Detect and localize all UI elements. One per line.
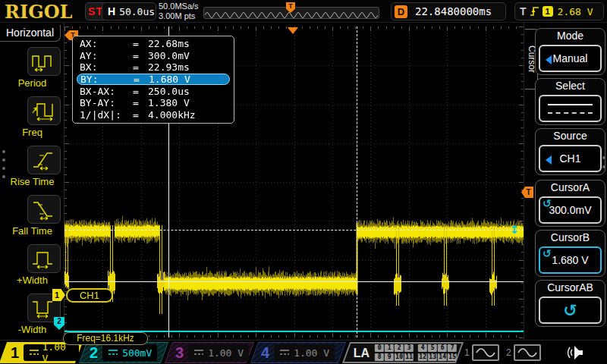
ch4-status-block[interactable]: 4 1.00 V [250, 342, 346, 363]
oscilloscope-screen: RIGOL STOP H 50.0us 50.0MSa/s 3.00M pts … [0, 0, 607, 364]
cursor-b-hline[interactable] [64, 230, 524, 231]
dc-coupling-icon [193, 349, 204, 356]
measure-menu-title: Horizontal [0, 25, 61, 42]
source-value: CH1 [559, 152, 580, 165]
ch1-number: 1 [11, 342, 19, 363]
la-d0: 0 [375, 344, 384, 352]
readout-row-bx-ax: BX-AX:=250.0us [77, 85, 230, 97]
measure-fall-time-button[interactable] [27, 195, 61, 224]
cursor-readout-panel: AX:=22.68ms AY:=300.0mV BX:=22.93ms BY:=… [72, 36, 234, 124]
la-d5: 5 [428, 344, 437, 352]
cursor-a-value: 300.0mV [549, 204, 591, 216]
ch3-status-block[interactable]: 3 1.00 V [165, 342, 254, 363]
la-d1: 1 [385, 344, 394, 352]
select-label: Select [536, 79, 605, 94]
waveform-memory-preview[interactable]: T [203, 7, 379, 19]
horizontal-label: H [108, 5, 115, 17]
fall-time-icon [31, 199, 57, 220]
frequency-counter: Freq=16.1kHz [63, 332, 148, 345]
cursor-a-button[interactable]: ↺ 300.0mV [539, 196, 602, 224]
source1-status-block[interactable]: 1 [461, 342, 508, 363]
la-digit-grid: 0 1 2 3 4 5 6 7 8 9 10 11 [375, 344, 458, 362]
mode-label: Mode [536, 29, 605, 44]
mode-button[interactable]: Manual [539, 45, 602, 72]
la-d8: 8 [375, 353, 384, 361]
sine-wave-icon [476, 347, 495, 358]
cursor-b-button[interactable]: ↺ 1.680 V [539, 246, 602, 274]
ch1-status-block[interactable]: 1 1.00 V [0, 342, 83, 363]
measure-period-label: Period [0, 77, 64, 89]
select-arrow-icon [546, 55, 552, 64]
source-button[interactable]: CH1 [539, 145, 602, 172]
dc-coupling-icon [279, 349, 290, 356]
source2-status-block[interactable]: 2 [502, 342, 549, 363]
menu-group-select: Select [535, 78, 605, 125]
top-status-bar: RIGOL STOP H 50.0us 50.0MSa/s 3.00M pts … [0, 0, 607, 23]
la-d12: 12 [418, 353, 427, 361]
period-icon [31, 51, 57, 72]
cursor-a-hline[interactable] [64, 281, 524, 282]
menu-page-dots [2, 150, 5, 184]
la-d14: 14 [438, 353, 447, 361]
ch1-source-tag: CH1 [66, 288, 113, 303]
measure-freq-label: Freq [0, 127, 64, 138]
timebase-box[interactable]: H 50.0us [102, 2, 156, 20]
la-d4: 4 [418, 344, 427, 352]
cursor-b-label: CursorB [536, 231, 605, 246]
knob-icon: ↺ [543, 197, 552, 209]
measure-pos-width-button[interactable] [27, 244, 61, 273]
la-d3: 3 [404, 344, 414, 352]
trigger-label: T [520, 5, 527, 17]
dc-coupling-icon [108, 349, 118, 356]
sine-wave-icon [517, 347, 537, 358]
la-d9: 9 [385, 353, 394, 361]
measure-pos-width-label: +Width [0, 275, 64, 286]
cursor-b-vline[interactable] [357, 27, 357, 337]
readout-row-by-selected: BY:=1.680 V [77, 74, 230, 86]
trigger-source-badge: 1 [543, 6, 553, 17]
cursor-line-style-icon [540, 104, 600, 114]
readout-row-ax: AX:=22.68ms [77, 38, 230, 50]
measure-rise-time-button[interactable] [27, 146, 61, 174]
cursor-b-adjust-icon[interactable]: ↕ [510, 223, 520, 237]
la-status-block[interactable]: LA 0 1 2 3 4 5 6 7 8 9 [342, 342, 464, 363]
la-d15: 15 [448, 353, 457, 361]
menu-group-mode: Mode Manual [535, 28, 605, 75]
mode-value: Manual [553, 52, 588, 64]
dc-coupling-icon [29, 349, 38, 356]
acquisition-info: 50.0MSa/s 3.00M pts [159, 2, 203, 22]
select-button[interactable] [539, 95, 602, 122]
plus-width-icon [31, 248, 57, 269]
ch4-number: 4 [261, 342, 269, 363]
trigger-box[interactable]: T 1 2.68 V [514, 2, 604, 20]
la-d2: 2 [395, 344, 404, 352]
la-d6: 6 [438, 344, 447, 352]
delay-box[interactable]: D 22.8480000ms [391, 2, 506, 20]
menu-group-source: Source CH1 [535, 128, 605, 175]
measure-period-button[interactable] [27, 47, 61, 76]
softkey-page-dots [602, 156, 605, 174]
right-softkey-menu: Cursor Mode Manual Select Source CH1 [524, 23, 607, 340]
rise-time-icon [31, 149, 57, 171]
trigger-position-marker-icon[interactable] [288, 27, 298, 34]
ch3-number: 3 [175, 342, 184, 363]
sample-rate: 50.0MSa/s [159, 2, 203, 11]
readout-row-by-ay: BY-AY:=1.380 V [77, 97, 230, 109]
knob-icon: ↺ [563, 301, 577, 320]
rigol-logo: RIGOL [5, 1, 72, 23]
la-d10: 10 [395, 353, 404, 361]
trigger-slope-icon [530, 5, 539, 17]
delay-value: 22.8480000ms [415, 5, 492, 17]
cursor-ab-button[interactable]: ↺ [539, 297, 602, 324]
select-arrow-icon [546, 155, 552, 165]
cursor-ab-label: CursorAB [536, 281, 605, 296]
measure-fall-time-label: Fall Time [0, 225, 64, 237]
menu-group-cursor-b: CursorB ↺ 1.680 V [535, 230, 605, 277]
ch2-status-block[interactable]: 2 500mV [79, 342, 168, 363]
ch2-scale: 500mV [122, 347, 152, 359]
measure-freq-button[interactable] [27, 96, 61, 125]
delay-label: D [395, 5, 407, 18]
ch3-scale: 1.00 V [208, 347, 244, 359]
readout-row-bx: BX:=22.93ms [77, 61, 230, 74]
ch4-scale: 1.00 V [294, 347, 329, 359]
